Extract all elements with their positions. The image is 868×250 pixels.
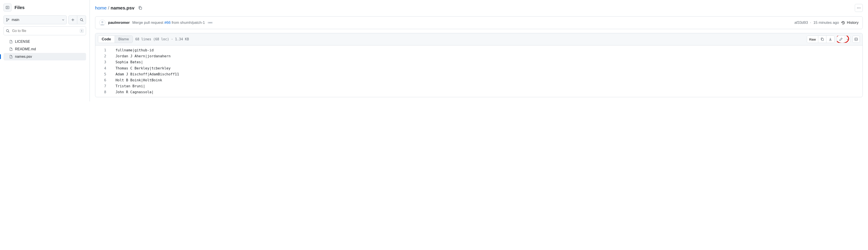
more-actions-button[interactable] [855, 4, 863, 12]
edit-group [837, 35, 850, 43]
svg-point-2 [6, 18, 7, 19]
code-lines[interactable]: fullname|github-idJordan J Ahern|jordana… [111, 47, 179, 95]
svg-point-8 [857, 7, 858, 8]
tree-item-label: names.psv [15, 55, 32, 59]
copy-icon [138, 6, 142, 10]
search-icon [6, 29, 9, 33]
tab-blame[interactable]: Blame [115, 36, 132, 43]
file-icon [9, 47, 13, 51]
svg-point-14 [210, 23, 211, 23]
file-toolbar: Code Blame 68 lines (68 loc) · 1.34 KB R… [95, 33, 863, 46]
tab-code[interactable]: Code [98, 36, 115, 43]
branch-picker[interactable]: main [3, 16, 67, 24]
breadcrumb-repo[interactable]: home [95, 5, 107, 10]
commit-bar: paulmromer Merge pull request #66 from s… [95, 16, 863, 29]
add-file-button[interactable] [68, 16, 77, 24]
file-icon [9, 40, 13, 44]
svg-point-4 [8, 19, 9, 20]
history-link[interactable]: History [841, 21, 859, 25]
search-tree-button[interactable] [77, 16, 86, 24]
raw-button[interactable]: Raw [807, 36, 818, 43]
pr-link[interactable]: #66 [164, 21, 170, 25]
git-branch-icon [6, 18, 9, 22]
tree-item-label: LICENSE [15, 40, 30, 44]
svg-rect-7 [140, 7, 142, 9]
svg-point-10 [860, 7, 860, 8]
branch-name: main [12, 18, 60, 22]
symbols-icon [855, 37, 858, 41]
commit-sha[interactable]: af33d93 [795, 21, 808, 25]
go-to-file-field[interactable] [12, 29, 78, 33]
commit-expand-button[interactable] [208, 22, 213, 24]
search-icon [80, 18, 84, 22]
main: home / names.psv paulmromer Merge pull r… [90, 0, 868, 102]
pencil-icon [839, 37, 843, 41]
breadcrumb: home / names.psv [95, 5, 134, 10]
tree-item[interactable]: names.psv [3, 53, 86, 60]
kebab-icon [857, 7, 861, 8]
history-icon [841, 21, 845, 25]
copy-path-button[interactable] [137, 5, 143, 11]
download-icon [829, 37, 832, 41]
commit-message[interactable]: Merge pull request #66 from shumh/patch-… [132, 21, 205, 25]
copy-raw-button[interactable] [818, 36, 826, 43]
file-meta: 68 lines (68 loc) · 1.34 KB [135, 37, 189, 41]
view-mode-toggle: Code Blame [98, 35, 133, 43]
breadcrumb-sep: / [108, 5, 110, 10]
svg-point-12 [101, 21, 103, 23]
svg-point-13 [209, 23, 210, 23]
svg-rect-16 [822, 38, 824, 40]
svg-point-9 [858, 7, 859, 8]
svg-point-6 [6, 30, 8, 32]
edit-button[interactable] [837, 36, 845, 43]
svg-point-5 [80, 19, 83, 21]
collapse-sidebar-button[interactable] [3, 3, 11, 11]
go-to-file-input[interactable]: t [3, 26, 86, 35]
sidebar-title: Files [14, 5, 25, 10]
tree-item[interactable]: README.md [3, 46, 86, 53]
ellipsis-icon [209, 22, 212, 23]
tree-item[interactable]: LICENSE [3, 38, 86, 46]
copy-icon [820, 37, 824, 41]
tree-item-label: README.md [15, 47, 36, 51]
kbd-hint: t [80, 29, 84, 33]
commit-author[interactable]: paulmromer [108, 21, 130, 25]
edit-dropdown-button[interactable] [845, 36, 850, 43]
download-button[interactable] [826, 36, 834, 43]
breadcrumb-file: names.psv [111, 5, 134, 10]
avatar[interactable] [99, 20, 105, 26]
plus-icon [71, 18, 74, 22]
file-view: Code Blame 68 lines (68 loc) · 1.34 KB R… [95, 33, 863, 97]
raw-group: Raw [807, 35, 835, 43]
svg-point-3 [6, 21, 7, 21]
caret-down-icon [62, 19, 64, 21]
svg-point-15 [211, 23, 212, 23]
symbols-button[interactable] [852, 36, 860, 43]
sidebar: Files main t LICENSE README.md [0, 0, 90, 102]
file-icon [9, 55, 13, 58]
line-numbers: 12345678 [95, 47, 111, 95]
code-area: 12345678 fullname|github-idJordan J Aher… [95, 46, 863, 97]
file-tree: LICENSE README.md names.psv [3, 38, 86, 60]
caret-down-icon [846, 38, 849, 40]
sidebar-collapse-icon [6, 6, 9, 9]
commit-time: 15 minutes ago [813, 21, 839, 25]
